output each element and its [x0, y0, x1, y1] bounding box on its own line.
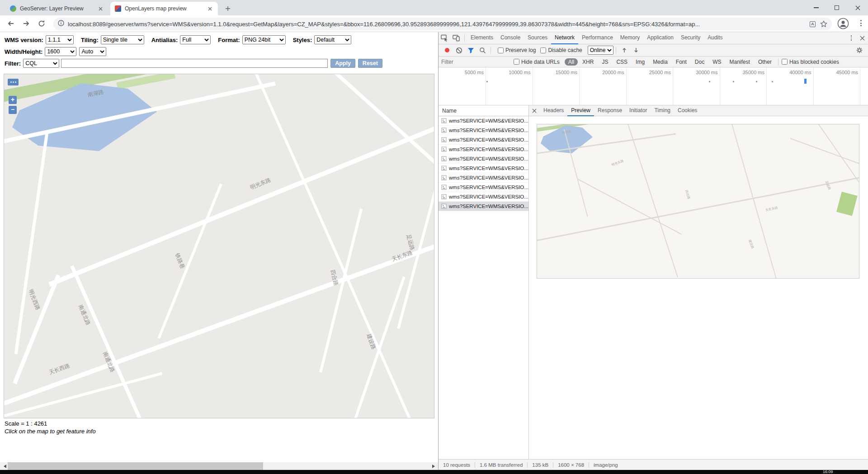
- image-file-icon: [441, 147, 447, 152]
- settings-gear-icon[interactable]: [854, 44, 865, 56]
- apply-button[interactable]: Apply: [330, 59, 355, 68]
- width-select[interactable]: 1600: [45, 47, 76, 56]
- devtools-tab-application[interactable]: Application: [643, 32, 677, 44]
- devtools-tab-performance[interactable]: Performance: [578, 32, 617, 44]
- detail-tab-timing[interactable]: Timing: [651, 105, 674, 116]
- devtools-tab-network[interactable]: Network: [551, 32, 578, 44]
- close-detail-icon[interactable]: [529, 105, 540, 116]
- resource-filter-manifest[interactable]: Manifest: [726, 58, 754, 66]
- back-button[interactable]: [5, 17, 17, 30]
- throttling-select[interactable]: Online: [588, 46, 613, 55]
- reset-button[interactable]: Reset: [358, 59, 382, 68]
- network-request-row[interactable]: wms?SERVICE=WMS&VERSIO...: [439, 173, 528, 183]
- network-request-row[interactable]: wms?SERVICE=WMS&VERSIO...: [439, 126, 528, 135]
- resource-filter-img[interactable]: Img: [632, 58, 648, 66]
- map-road: [254, 74, 411, 418]
- resource-filter-doc[interactable]: Doc: [691, 58, 708, 66]
- styles-select[interactable]: Default: [314, 35, 351, 44]
- horizontal-scrollbar[interactable]: [0, 462, 438, 470]
- tab-close-icon[interactable]: [97, 5, 104, 12]
- format-select[interactable]: PNG 24bit: [242, 35, 286, 44]
- reload-button[interactable]: [35, 17, 48, 30]
- device-toolbar-icon[interactable]: [450, 32, 462, 44]
- devtools-tab-elements[interactable]: Elements: [467, 32, 497, 44]
- translate-icon[interactable]: A: [810, 21, 816, 27]
- profile-avatar[interactable]: [837, 18, 849, 31]
- preserve-log-checkbox[interactable]: Preserve log: [498, 47, 536, 53]
- filter-input[interactable]: [61, 59, 328, 68]
- resource-filter-js[interactable]: JS: [598, 58, 612, 66]
- network-timeline[interactable]: 5000 ms10000 ms15000 ms20000 ms25000 ms3…: [439, 67, 868, 105]
- search-icon[interactable]: [476, 44, 488, 56]
- height-mode-select[interactable]: Auto: [79, 47, 106, 56]
- layer-switcher-button[interactable]: [8, 79, 19, 85]
- wms-version-select[interactable]: 1.1.1: [46, 35, 74, 44]
- record-network-log-icon[interactable]: [445, 48, 449, 52]
- window-minimize-button[interactable]: [806, 0, 826, 15]
- zoom-in-button[interactable]: +: [9, 96, 17, 104]
- resource-filter-xhr[interactable]: XHR: [579, 58, 597, 66]
- devtools-tab-memory[interactable]: Memory: [617, 32, 643, 44]
- hide-data-urls-checkbox[interactable]: Hide data URLs: [514, 59, 560, 65]
- window-maximize-button[interactable]: [826, 0, 847, 15]
- filter-label: Filter:: [5, 60, 21, 67]
- network-request-row[interactable]: wms?SERVICE=WMS&VERSIO...: [439, 116, 528, 126]
- network-request-row[interactable]: wms?SERVICE=WMS&VERSIO...: [439, 145, 528, 154]
- network-request-row[interactable]: wms?SERVICE=WMS&VERSIO...: [439, 202, 528, 211]
- detail-tab-response[interactable]: Response: [594, 105, 626, 116]
- filter-funnel-icon[interactable]: [465, 44, 476, 56]
- forward-button[interactable]: [20, 17, 33, 30]
- devtools-menu-icon[interactable]: [846, 32, 856, 44]
- detail-tab-list: HeadersPreviewResponseInitiatorTimingCoo…: [540, 105, 701, 116]
- resource-filter-css[interactable]: CSS: [613, 58, 631, 66]
- request-name: wms?SERVICE=WMS&VERSIO...: [449, 185, 528, 190]
- zoom-out-button[interactable]: −: [9, 106, 17, 114]
- map-viewport[interactable]: 南湖路 明光东路 铁路巷 四合路 明光西路 南通北路 南通北路 天长东路 建设路…: [4, 74, 434, 418]
- browser-menu-icon[interactable]: [860, 20, 862, 26]
- network-request-row[interactable]: wms?SERVICE=WMS&VERSIO...: [439, 192, 528, 202]
- detail-tab-cookies[interactable]: Cookies: [674, 105, 701, 116]
- image-file-icon: [441, 204, 447, 209]
- devtools-tab-sources[interactable]: Sources: [524, 32, 551, 44]
- clear-network-log-icon[interactable]: [453, 44, 465, 56]
- url-bar[interactable]: localhost:8089/geoserver/wms?service=WMS…: [53, 18, 832, 30]
- page-info-icon[interactable]: [58, 20, 64, 28]
- antialias-select[interactable]: Full: [180, 35, 211, 44]
- resource-filter-font[interactable]: Font: [672, 58, 690, 66]
- blocked-cookies-checkbox[interactable]: Has blocked cookies: [782, 59, 839, 65]
- resource-filter-ws[interactable]: WS: [709, 58, 725, 66]
- devtools-close-icon[interactable]: [856, 32, 868, 44]
- inspect-element-icon[interactable]: [439, 32, 450, 44]
- detail-tab-headers[interactable]: Headers: [540, 105, 567, 116]
- tab-close-icon[interactable]: [206, 5, 213, 12]
- network-request-row[interactable]: wms?SERVICE=WMS&VERSIO...: [439, 135, 528, 145]
- devtools-tab-security[interactable]: Security: [677, 32, 704, 44]
- network-filter-input[interactable]: [441, 59, 509, 65]
- network-request-row[interactable]: wms?SERVICE=WMS&VERSIO...: [439, 164, 528, 173]
- window-close-button[interactable]: [847, 0, 868, 15]
- scrollbar-thumb[interactable]: [8, 462, 263, 470]
- resource-filter-all[interactable]: All: [565, 58, 578, 66]
- detail-tab-preview[interactable]: Preview: [567, 105, 594, 116]
- detail-tab-initiator[interactable]: Initiator: [626, 105, 651, 116]
- scroll-left-button[interactable]: [0, 462, 8, 470]
- devtools-tab-audits[interactable]: Audits: [704, 32, 726, 44]
- filter-type-select[interactable]: CQL: [23, 59, 59, 68]
- tab-geoserver-layer-preview[interactable]: GeoServer: Layer Preview: [5, 2, 108, 15]
- disable-cache-checkbox[interactable]: Disable cache: [540, 47, 582, 53]
- bookmark-star-icon[interactable]: [820, 20, 827, 28]
- network-request-row[interactable]: wms?SERVICE=WMS&VERSIO...: [439, 183, 528, 192]
- tab-openlayers-map-preview[interactable]: OpenLayers map preview: [110, 2, 218, 15]
- import-har-icon[interactable]: [618, 44, 630, 56]
- resource-filter-media[interactable]: Media: [649, 58, 671, 66]
- devtools-tab-console[interactable]: Console: [497, 32, 524, 44]
- new-tab-button[interactable]: [222, 3, 233, 14]
- scroll-right-button[interactable]: [430, 462, 438, 470]
- resource-filter-other[interactable]: Other: [755, 58, 775, 66]
- image-file-icon: [441, 166, 447, 171]
- network-request-row[interactable]: wms?SERVICE=WMS&VERSIO...: [439, 154, 528, 164]
- requests-name-header[interactable]: Name: [439, 105, 528, 116]
- response-preview-image: 南湖路 明光东路 四合路 天长东路 建设路 足远路: [537, 124, 859, 279]
- export-har-icon[interactable]: [630, 44, 642, 56]
- tiling-select[interactable]: Single tile: [101, 35, 144, 44]
